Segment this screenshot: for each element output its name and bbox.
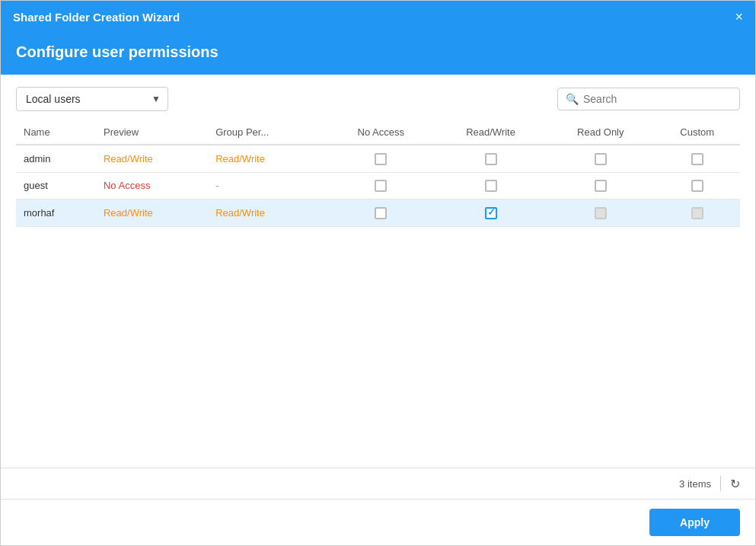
col-name: Name [16, 120, 96, 145]
item-count-label: items [687, 478, 711, 490]
cell-name: guest [16, 172, 96, 200]
cell-read-write-checkbox[interactable] [485, 180, 497, 192]
cell-read-only[interactable] [547, 200, 654, 227]
cell-read-only-checkbox[interactable] [595, 153, 607, 165]
title-bar: Shared Folder Creation Wizard × [1, 1, 755, 33]
cell-group-per: Read/Write [208, 200, 327, 227]
footer-bar: 3 items ↻ [1, 468, 755, 499]
cell-name: admin [16, 145, 96, 172]
cell-name: morhaf [16, 200, 96, 227]
cell-read-only[interactable] [547, 172, 654, 200]
page-title: Configure user permissions [16, 43, 740, 61]
table-row[interactable]: morhafRead/WriteRead/Write [16, 200, 740, 227]
main-content: Local usersLocal groupsDomain users ▼ 🔍 … [1, 75, 755, 468]
cell-no-access[interactable] [327, 172, 435, 200]
cell-read-write[interactable] [435, 200, 547, 227]
cell-no-access[interactable] [327, 200, 435, 227]
cell-read-write[interactable] [435, 145, 547, 172]
action-bar: Apply [1, 499, 755, 545]
cell-custom-checkbox [691, 207, 703, 219]
cell-custom-checkbox[interactable] [691, 153, 703, 165]
search-wrapper: 🔍 [557, 88, 740, 110]
cell-no-access[interactable] [327, 145, 435, 172]
cell-preview: No Access [96, 172, 208, 200]
cell-group-per: - [208, 172, 327, 200]
col-read-only: Read Only [547, 120, 654, 145]
dialog-container: Shared Folder Creation Wizard × Configur… [0, 0, 756, 546]
header-section: Configure user permissions [1, 33, 755, 75]
item-count: 3 items [679, 478, 711, 490]
cell-no-access-checkbox[interactable] [375, 207, 387, 219]
cell-preview: Read/Write [96, 145, 208, 172]
apply-button[interactable]: Apply [649, 509, 740, 536]
cell-preview: Read/Write [96, 200, 208, 227]
cell-custom[interactable] [654, 200, 740, 227]
permissions-table: Name Preview Group Per... No Access Read… [16, 120, 740, 227]
cell-read-only-checkbox [595, 207, 607, 219]
cell-read-write-checkbox[interactable] [485, 207, 497, 219]
col-group-per: Group Per... [208, 120, 327, 145]
search-input[interactable] [583, 93, 732, 105]
refresh-button[interactable]: ↻ [730, 477, 740, 491]
cell-group-per: Read/Write [208, 145, 327, 172]
cell-read-only[interactable] [547, 145, 654, 172]
table-row[interactable]: adminRead/WriteRead/Write [16, 145, 740, 172]
table-header-row: Name Preview Group Per... No Access Read… [16, 120, 740, 145]
dialog-title: Shared Folder Creation Wizard [13, 11, 180, 24]
cell-no-access-checkbox[interactable] [375, 180, 387, 192]
cell-read-write-checkbox[interactable] [485, 153, 497, 165]
table-row[interactable]: guestNo Access- [16, 172, 740, 200]
user-type-dropdown[interactable]: Local usersLocal groupsDomain users [16, 87, 168, 111]
col-custom: Custom [654, 120, 740, 145]
cell-no-access-checkbox[interactable] [375, 153, 387, 165]
item-count-number: 3 [679, 478, 684, 490]
col-preview: Preview [96, 120, 208, 145]
cell-read-write[interactable] [435, 172, 547, 200]
col-no-access: No Access [327, 120, 435, 145]
search-icon: 🔍 [566, 93, 579, 105]
footer-divider [720, 476, 721, 491]
cell-custom[interactable] [654, 172, 740, 200]
close-button[interactable]: × [735, 10, 743, 24]
cell-custom[interactable] [654, 145, 740, 172]
col-read-write: Read/Write [435, 120, 547, 145]
cell-custom-checkbox[interactable] [691, 180, 703, 192]
toolbar: Local usersLocal groupsDomain users ▼ 🔍 [16, 87, 740, 111]
cell-read-only-checkbox[interactable] [595, 180, 607, 192]
user-type-dropdown-wrapper: Local usersLocal groupsDomain users ▼ [16, 87, 168, 111]
